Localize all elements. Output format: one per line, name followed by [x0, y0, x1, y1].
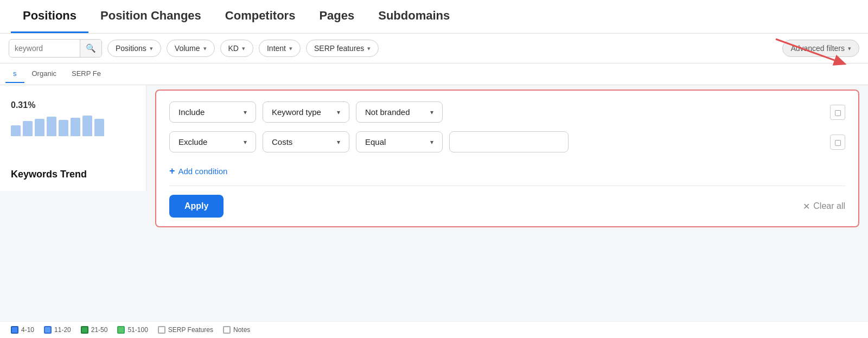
bar-7 [82, 116, 92, 136]
chevron-down-icon: ▾ [367, 45, 371, 52]
legend-item-serp: SERP Features [158, 326, 213, 334]
legend-color-serp [158, 326, 165, 334]
left-panel: 0.31% Keywords Trend [0, 85, 146, 191]
search-input[interactable] [9, 40, 80, 56]
row2-exclude-select[interactable]: Exclude ▾ [169, 131, 256, 152]
serp-features-filter[interactable]: SERP features ▾ [306, 40, 379, 57]
legend-color-11-20 [44, 326, 52, 334]
bar-2 [23, 121, 33, 136]
chevron-down-icon: ▾ [430, 138, 433, 146]
bar-5 [59, 120, 68, 136]
chevron-down-icon: ▾ [150, 45, 153, 52]
legend-item-4-10: 4-10 [11, 326, 34, 334]
delete-icon: ▢ [834, 108, 841, 117]
legend-color-21-50 [81, 326, 88, 334]
kd-filter[interactable]: KD ▾ [220, 40, 253, 57]
add-condition-button[interactable]: + Add condition [169, 161, 227, 186]
chevron-down-icon: ▾ [244, 138, 247, 146]
legend-item-11-20: 11-20 [44, 326, 71, 334]
plus-icon: + [169, 165, 175, 177]
row2-delete-button[interactable]: ▢ [830, 135, 845, 150]
row1-not-branded-select[interactable]: Not branded ▾ [356, 101, 443, 123]
bar-3 [35, 119, 44, 136]
apply-button[interactable]: Apply [169, 195, 224, 218]
bar-1 [11, 125, 21, 136]
row2-equal-select[interactable]: Equal ▾ [356, 131, 443, 152]
tab-pages[interactable]: Pages [307, 0, 366, 33]
bar-6 [71, 118, 80, 136]
chevron-down-icon: ▾ [848, 45, 851, 52]
tab-subdomains[interactable]: Subdomains [366, 0, 462, 33]
delete-icon: ▢ [834, 138, 841, 146]
panel-footer: Apply ✕ Clear all [169, 186, 845, 226]
chevron-down-icon: ▾ [244, 109, 247, 116]
sub-tab-all[interactable]: s [5, 65, 24, 83]
percentage-value: 0.31% [11, 100, 135, 110]
bar-8 [94, 119, 104, 136]
top-nav: Positions Position Changes Competitors P… [0, 0, 868, 34]
sub-tab-serp-fe[interactable]: SERP Fe [64, 65, 108, 83]
legend-item-21-50: 21-50 [81, 326, 108, 334]
row1-include-select[interactable]: Include ▾ [169, 101, 256, 123]
legend-item-notes: Notes [223, 326, 250, 334]
legend-color-4-10 [11, 326, 18, 334]
chevron-down-icon: ▾ [337, 109, 340, 116]
chevron-down-icon: ▾ [203, 45, 207, 52]
row1-delete-button[interactable]: ▢ [830, 105, 845, 120]
x-icon: ✕ [803, 201, 810, 212]
bar-4 [47, 117, 56, 136]
main-area: 0.31% Keywords Trend Include ▾ Keyword t… [0, 85, 868, 191]
filter-bar: 🔍 Positions ▾ Volume ▾ KD ▾ Intent ▾ SER… [0, 34, 868, 63]
legend-color-notes [223, 326, 231, 334]
filter-row-2: Exclude ▾ Costs ▾ Equal ▾ ▢ [169, 131, 845, 152]
volume-filter[interactable]: Volume ▾ [167, 40, 215, 57]
search-group: 🔍 [9, 39, 102, 58]
intent-filter[interactable]: Intent ▾ [259, 40, 301, 57]
row2-costs-select[interactable]: Costs ▾ [263, 131, 349, 152]
legend-item-51-100: 51-100 [117, 326, 148, 334]
tab-position-changes[interactable]: Position Changes [88, 0, 213, 33]
bar-chart [11, 114, 135, 136]
sub-tabs: s Organic SERP Fe [0, 63, 868, 85]
search-button[interactable]: 🔍 [80, 40, 101, 57]
legend-color-51-100 [117, 326, 125, 334]
row2-value-input[interactable] [449, 131, 569, 152]
sub-tab-organic[interactable]: Organic [24, 65, 65, 83]
keywords-trend-label: Keywords Trend [11, 169, 135, 180]
tab-competitors[interactable]: Competitors [213, 0, 308, 33]
chevron-down-icon: ▾ [289, 45, 292, 52]
chevron-down-icon: ▾ [430, 109, 433, 116]
advanced-filters-panel: Include ▾ Keyword type ▾ Not branded ▾ ▢… [155, 90, 859, 227]
chevron-down-icon: ▾ [337, 138, 340, 146]
chevron-down-icon: ▾ [242, 45, 245, 52]
legend-row: 4-10 11-20 21-50 51-100 SERP Features No… [0, 321, 868, 338]
filter-row-1: Include ▾ Keyword type ▾ Not branded ▾ ▢ [169, 101, 845, 123]
row1-keyword-type-select[interactable]: Keyword type ▾ [263, 101, 349, 123]
positions-filter[interactable]: Positions ▾ [107, 40, 161, 57]
clear-all-button[interactable]: ✕ Clear all [803, 201, 845, 212]
advanced-filters-button[interactable]: Advanced filters ▾ [782, 40, 859, 57]
tab-positions[interactable]: Positions [11, 0, 88, 33]
